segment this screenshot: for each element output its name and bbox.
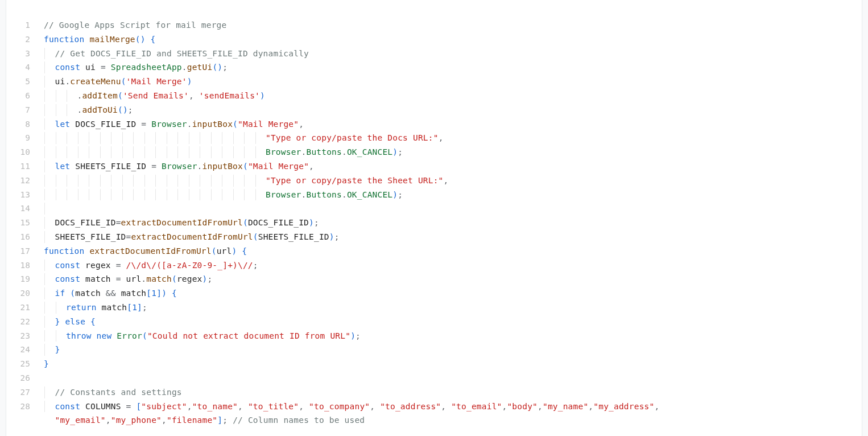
code-line[interactable]: const regex = /\/d\/([a-zA-Z0-9-_]+)\//;: [44, 258, 862, 273]
token-paren: ): [329, 232, 334, 241]
token-paren: ): [260, 91, 265, 100]
token-cls: Browser: [266, 147, 301, 157]
token-id: [65, 289, 70, 298]
line-number: 23: [6, 329, 30, 343]
token-punc: ;: [253, 261, 258, 270]
line-number: 8: [6, 117, 30, 131]
token-punc: ;: [356, 331, 361, 340]
code-line[interactable]: "my_email","my_phone","filename"]; // Co…: [44, 413, 862, 427]
code-line[interactable]: function extractDocumentIdFromUrl(url) {: [44, 244, 862, 258]
code-area[interactable]: // Google Apps Script for mail mergefunc…: [44, 18, 862, 427]
token-id: [85, 317, 90, 326]
token-punc: =: [151, 162, 156, 171]
token-id: [146, 120, 151, 129]
token-id: regex: [80, 261, 116, 270]
code-line[interactable]: // Get DOCS_FILE_ID and SHEETS_FILE_ID d…: [44, 47, 862, 61]
line-number: 9: [6, 131, 30, 145]
token-paren: (: [142, 331, 147, 340]
token-id: [167, 289, 172, 298]
code-line[interactable]: } else {: [44, 315, 862, 329]
code-line[interactable]: DOCS_FILE_ID=extractDocumentIdFromUrl(DO…: [44, 216, 862, 230]
token-paren: [: [127, 303, 132, 312]
code-line[interactable]: Browser.Buttons.OK_CANCEL);: [44, 188, 862, 202]
line-number: 20: [6, 286, 30, 301]
line-number: 24: [6, 343, 30, 357]
line-number: 13: [6, 188, 30, 202]
token-kw: new: [97, 331, 112, 340]
token-id: DOCS_FILE_ID: [248, 218, 309, 227]
token-kw: else: [65, 317, 85, 326]
code-line[interactable]: const match = url.match(regex);: [44, 272, 862, 286]
token-paren: {: [151, 35, 156, 44]
token-paren: (: [70, 289, 75, 298]
token-punc: ;: [128, 105, 133, 114]
code-line[interactable]: const ui = SpreadsheetApp.getUi();: [44, 60, 862, 75]
token-paren: [: [146, 289, 151, 298]
token-punc: .: [197, 162, 202, 171]
token-str: "Type or copy/paste the Docs URL:": [266, 133, 439, 142]
line-number: 11: [6, 159, 30, 174]
token-punc: .: [182, 63, 187, 72]
line-number: 26: [6, 371, 30, 385]
code-line[interactable]: SHEETS_FILE_ID=extractDocumentIdFromUrl(…: [44, 230, 862, 244]
token-punc: .: [187, 120, 192, 129]
token-paren: }: [44, 359, 49, 368]
code-line[interactable]: throw new Error("Could not extract docum…: [44, 329, 862, 343]
code-line[interactable]: return match[1];: [44, 301, 862, 315]
code-line[interactable]: const COLUMNS = ["subject","to_name", "t…: [44, 400, 862, 414]
code-line[interactable]: .addItem('Send Emails', 'sendEmails'): [44, 89, 862, 103]
code-line[interactable]: .addToUi();: [44, 103, 862, 117]
token-rgx: /\/d\/([a-zA-Z0-9-_]+)\//: [126, 261, 253, 270]
token-punc: ,: [299, 120, 304, 129]
token-paren: ]: [156, 289, 162, 298]
token-kw: let: [55, 162, 71, 171]
token-id: DOCS_FILE_ID: [70, 120, 141, 129]
token-id: [146, 35, 151, 44]
token-paren: (: [243, 162, 248, 171]
line-number: 21: [6, 301, 30, 315]
token-fn: addToUi: [82, 105, 118, 114]
token-id: match: [80, 274, 116, 283]
code-line[interactable]: [44, 371, 862, 385]
code-line[interactable]: "Type or copy/paste the Sheet URL:",: [44, 174, 862, 188]
token-paren: (: [233, 120, 238, 129]
code-line[interactable]: }: [44, 343, 862, 357]
code-line[interactable]: // Constants and settings: [44, 385, 862, 400]
token-id: match: [116, 289, 147, 298]
code-line[interactable]: let SHEETS_FILE_ID = Browser.inputBox("M…: [44, 159, 862, 174]
token-fn: createMenu: [70, 77, 121, 86]
token-paren: {: [172, 289, 177, 298]
token-kw: let: [55, 120, 71, 129]
token-num: 1: [151, 289, 156, 298]
token-punc: ,: [439, 133, 444, 142]
token-id: [92, 331, 97, 340]
token-punc: ,: [187, 402, 192, 411]
code-line[interactable]: "Type or copy/paste the Docs URL:",: [44, 131, 862, 145]
token-id: [237, 246, 242, 256]
token-paren: ): [162, 289, 167, 298]
code-line[interactable]: ui.createMenu('Mail Merge'): [44, 75, 862, 89]
code-line[interactable]: // Google Apps Script for mail merge: [44, 18, 862, 32]
token-punc: ;: [334, 232, 340, 241]
code-line[interactable]: }: [44, 357, 862, 371]
token-id: ui: [55, 77, 65, 86]
token-punc: ,: [309, 162, 314, 171]
code-line[interactable]: Browser.Buttons.OK_CANCEL);: [44, 145, 862, 159]
token-punc: =: [141, 120, 146, 129]
token-id: DOCS_FILE_ID: [55, 218, 116, 227]
code-line[interactable]: let DOCS_FILE_ID = Browser.inputBox("Mai…: [44, 117, 862, 131]
token-fn: getUi: [187, 63, 213, 72]
code-editor[interactable]: 1234567891011121314151617181920212223242…: [6, 0, 862, 436]
token-str: "to_address": [380, 402, 441, 411]
token-kw: const: [55, 274, 81, 283]
code-line[interactable]: function mailMerge() {: [44, 32, 862, 47]
code-line[interactable]: [44, 201, 862, 216]
line-number-gutter: 1234567891011121314151617181920212223242…: [6, 18, 44, 427]
token-paren: ): [187, 77, 192, 86]
token-id: SHEETS_FILE_ID: [258, 232, 329, 241]
token-num: 1: [132, 303, 137, 312]
token-punc: ;: [398, 190, 403, 199]
code-line[interactable]: if (match && match[1]) {: [44, 286, 862, 301]
token-str: "my_phone": [111, 416, 162, 425]
token-prop: OK_CANCEL: [347, 190, 392, 199]
